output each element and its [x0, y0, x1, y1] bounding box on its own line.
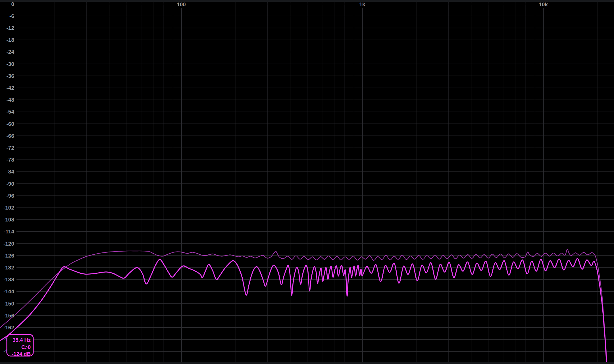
tooltip-frequency-value: 35.4 Hz — [13, 337, 31, 343]
tooltip-note-value: C♯0 — [21, 344, 31, 350]
hover-readout-tooltip: 35.4 Hz C♯0 -124 dB — [7, 334, 33, 357]
db-tick-label: -90 — [7, 181, 14, 187]
db-tick-label: -162 — [3, 325, 14, 330]
db-tick-label: -102 — [3, 205, 14, 211]
db-tick-label: -30 — [7, 61, 14, 67]
db-tick-label: -120 — [3, 241, 14, 247]
db-tick-label: -66 — [7, 133, 14, 139]
freq-tick-label: 100 — [177, 1, 186, 7]
db-tick-label: -132 — [3, 265, 14, 271]
db-tick-label: -36 — [7, 73, 14, 79]
db-tick-label: -48 — [7, 97, 14, 103]
bottom-edge-band — [0, 362, 614, 364]
canvas-background — [0, 0, 614, 364]
spectrum-canvas[interactable]: 0-6-12-18-24-30-36-42-48-54-60-66-72-78-… — [0, 0, 614, 364]
db-tick-label: -114 — [4, 229, 14, 235]
db-tick-label: -12 — [7, 25, 14, 31]
spectrum-analyzer-view: 0-6-12-18-24-30-36-42-48-54-60-66-72-78-… — [0, 0, 614, 364]
db-tick-label: -72 — [7, 145, 14, 151]
db-tick-label: -60 — [7, 121, 14, 127]
db-tick-label: -24 — [7, 49, 14, 55]
db-tick-label: -108 — [3, 217, 14, 223]
db-tick-label: -42 — [7, 85, 14, 91]
db-tick-label: -96 — [7, 193, 14, 199]
freq-tick-label: 1k — [359, 1, 365, 7]
db-tick-label: -150 — [3, 301, 14, 307]
db-tick-label: -18 — [7, 37, 14, 43]
top-edge-band — [0, 0, 614, 2]
db-tick-label: -78 — [7, 157, 14, 163]
db-tick-label: -144 — [3, 288, 14, 294]
freq-tick-label: 10k — [539, 1, 548, 7]
db-tick-label: -6 — [9, 13, 14, 19]
db-tick-label: -126 — [3, 253, 14, 259]
db-tick-label: -84 — [7, 169, 14, 175]
db-tick-label: -54 — [7, 109, 14, 115]
tooltip-level-value: -124 dB — [12, 351, 31, 357]
db-tick-label: -156 — [3, 313, 14, 319]
db-tick-label: -138 — [3, 277, 14, 283]
db-tick-label: 0 — [11, 1, 14, 7]
